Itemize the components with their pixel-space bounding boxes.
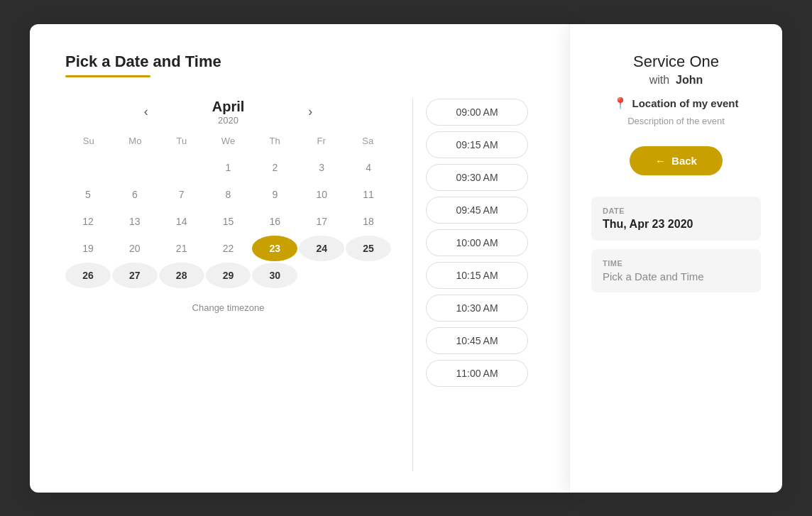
- selected-day[interactable]: 23: [252, 236, 297, 261]
- day-header-mo: Mo: [112, 131, 159, 150]
- date-info-value: Thu, Apr 23 2020: [603, 218, 750, 231]
- location-row: 📍 Location of my event: [613, 97, 738, 110]
- calendar-day[interactable]: 24: [299, 236, 344, 261]
- event-description: Description of the event: [627, 116, 725, 126]
- calendar-day[interactable]: 12: [65, 209, 111, 234]
- calendar-divider: [412, 99, 413, 471]
- time-slot[interactable]: 11:00 AM: [426, 360, 528, 387]
- calendar-day[interactable]: 8: [206, 182, 251, 207]
- time-slot[interactable]: 10:15 AM: [426, 262, 528, 289]
- back-button[interactable]: ← Back: [630, 146, 723, 175]
- time-slots-panel: 09:00 AM09:15 AM09:30 AM09:45 AM10:00 AM…: [420, 99, 534, 471]
- calendar-day[interactable]: 10: [299, 182, 344, 207]
- calendar-day[interactable]: 27: [112, 263, 158, 288]
- calendar-day[interactable]: 3: [299, 155, 344, 180]
- calendar-day[interactable]: 19: [65, 236, 111, 261]
- calendar-day[interactable]: 18: [346, 209, 391, 234]
- calendar-day[interactable]: 20: [112, 236, 158, 261]
- provider-prefix: with: [649, 74, 669, 86]
- day-header-su: Su: [65, 131, 112, 150]
- time-info-card: TIME Pick a Date and Time: [591, 249, 761, 292]
- date-info-card: DATE Thu, Apr 23 2020: [591, 197, 761, 241]
- time-slot[interactable]: 09:30 AM: [426, 164, 528, 191]
- calendar-day[interactable]: 14: [159, 209, 204, 234]
- calendar-day[interactable]: 16: [252, 209, 297, 234]
- time-slot[interactable]: 10:00 AM: [426, 229, 528, 256]
- calendar-day: [65, 155, 111, 180]
- day-headers: Su Mo Tu We Th Fr Sa: [65, 131, 391, 150]
- calendar-day[interactable]: 6: [112, 182, 158, 207]
- calendar-grid: 1234567891011121314151617181920212223242…: [65, 155, 391, 288]
- day-header-fr: Fr: [298, 131, 345, 150]
- calendar-day[interactable]: 28: [159, 263, 204, 288]
- month-year: April 2020: [212, 99, 245, 126]
- calendar-header: ‹ April 2020 ›: [65, 99, 391, 126]
- calendar-day[interactable]: 1: [206, 155, 251, 180]
- month-name: April: [212, 99, 245, 115]
- page-title: Pick a Date and Time: [65, 53, 534, 71]
- service-name: Service One: [633, 53, 719, 71]
- day-header-th: Th: [251, 131, 298, 150]
- calendar-day[interactable]: 2: [252, 155, 297, 180]
- right-panel: Service One with John 📍 Location of my e…: [569, 24, 782, 493]
- calendar-day[interactable]: 29: [206, 263, 251, 288]
- calendar-day[interactable]: 4: [346, 155, 391, 180]
- calendar-day[interactable]: 7: [159, 182, 204, 207]
- calendar-day: [346, 263, 391, 288]
- left-panel: Pick a Date and Time ‹ April 2020 › Su M…: [30, 24, 569, 493]
- day-header-sa: Sa: [344, 131, 391, 150]
- calendar-time-wrapper: ‹ April 2020 › Su Mo Tu We Th Fr Sa 1: [65, 99, 534, 471]
- calendar-day[interactable]: 9: [252, 182, 297, 207]
- provider-name: John: [676, 74, 703, 86]
- calendar-day[interactable]: 15: [206, 209, 251, 234]
- location-icon: 📍: [613, 97, 627, 110]
- outer-wrapper: Pick a Date and Time ‹ April 2020 › Su M…: [30, 24, 782, 493]
- calendar-day: [159, 155, 204, 180]
- calendar-day[interactable]: 5: [65, 182, 111, 207]
- calendar-day: [299, 263, 344, 288]
- date-info-label: DATE: [603, 207, 750, 215]
- calendar-section: ‹ April 2020 › Su Mo Tu We Th Fr Sa 1: [65, 99, 405, 471]
- time-slot[interactable]: 10:30 AM: [426, 295, 528, 322]
- calendar-day[interactable]: 26: [65, 263, 111, 288]
- calendar-day[interactable]: 30: [252, 263, 297, 288]
- calendar-day[interactable]: 11: [346, 182, 391, 207]
- time-slot[interactable]: 09:45 AM: [426, 197, 528, 224]
- service-provider: with John: [649, 74, 703, 87]
- time-info-value: Pick a Date and Time: [603, 270, 750, 282]
- change-timezone-link[interactable]: Change timezone: [65, 302, 391, 313]
- title-underline: [65, 75, 150, 77]
- calendar-day[interactable]: 17: [299, 209, 344, 234]
- time-slot[interactable]: 10:45 AM: [426, 327, 528, 354]
- next-month-button[interactable]: ›: [301, 100, 319, 123]
- calendar-day[interactable]: 25: [346, 236, 391, 261]
- back-arrow-icon: ←: [655, 155, 666, 167]
- calendar-day[interactable]: 22: [206, 236, 251, 261]
- day-header-we: We: [205, 131, 252, 150]
- location-text: Location of my event: [632, 97, 738, 109]
- prev-month-button[interactable]: ‹: [137, 100, 155, 123]
- time-slot[interactable]: 09:00 AM: [426, 99, 528, 126]
- day-header-tu: Tu: [158, 131, 205, 150]
- calendar-day[interactable]: 13: [112, 209, 158, 234]
- time-slot[interactable]: 09:15 AM: [426, 131, 528, 158]
- calendar-day: [112, 155, 158, 180]
- year-label: 2020: [212, 115, 245, 126]
- back-label: Back: [671, 155, 697, 167]
- calendar-day[interactable]: 21: [159, 236, 204, 261]
- time-info-label: TIME: [603, 259, 750, 268]
